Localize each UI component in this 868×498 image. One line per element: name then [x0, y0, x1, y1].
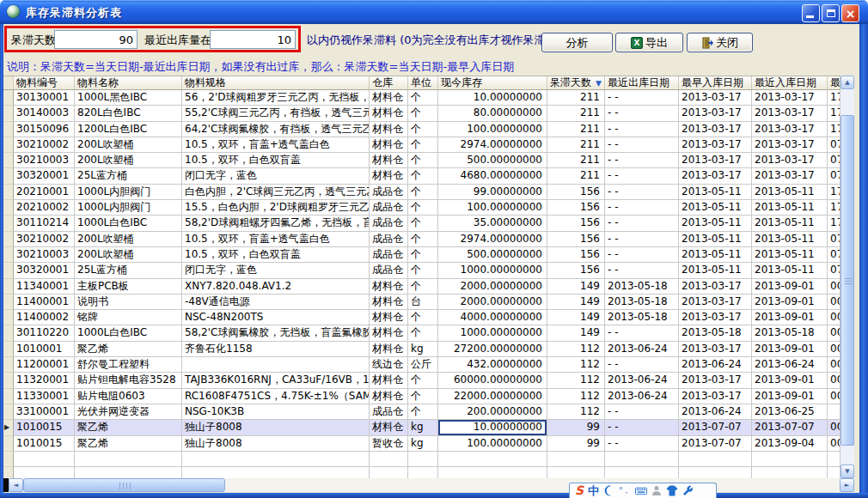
cell[interactable]: 00 — [828, 279, 840, 295]
cell[interactable]: 个 — [408, 373, 438, 388]
row-header-column[interactable] — [3, 76, 14, 89]
row-header[interactable] — [3, 137, 14, 153]
cell[interactable]: kg — [408, 436, 438, 452]
cell[interactable]: 个 — [408, 90, 438, 106]
cell[interactable]: - - — [605, 122, 679, 137]
punctuation-mode-icon[interactable]: °， — [619, 485, 631, 496]
analyze-button[interactable]: 分析 — [541, 33, 613, 52]
cell[interactable]: 500.00000000 — [438, 247, 547, 263]
cell[interactable]: 2013-03-17 — [679, 389, 752, 404]
cell[interactable]: 2974.00000000 — [438, 232, 547, 247]
cell[interactable]: - - — [605, 232, 679, 247]
table-row[interactable]: 301102201000L白色IBC58,2'C球阀氟橡胶，无挡板，盲盖氟橡胶，… — [3, 325, 840, 341]
cell[interactable]: 30140003 — [14, 106, 75, 121]
table-row[interactable]: 30210002200L吹塑桶10.5，双环，盲盖+透气盖白色材料仓个2974.… — [3, 137, 840, 153]
cell[interactable]: 2000.00000000 — [438, 279, 547, 295]
cell[interactable]: 33100001 — [14, 404, 75, 420]
cell[interactable]: 2013-03-17 — [679, 279, 752, 295]
minimize-button[interactable] — [802, 4, 820, 22]
cell[interactable]: 11330001 — [14, 389, 75, 404]
cell[interactable]: - - — [605, 263, 679, 278]
cell[interactable]: 成品仓 — [370, 404, 408, 420]
cell[interactable]: 2013-05-11 — [752, 263, 828, 278]
cell[interactable]: 11340001 — [14, 279, 75, 295]
cell[interactable]: 贴片钽电解电容3528 — [75, 373, 182, 388]
cell[interactable]: 100.00000000 — [438, 436, 547, 452]
cell[interactable]: 80.00000000 — [438, 106, 547, 121]
cell[interactable]: 光伏并网逆变器 — [75, 404, 182, 420]
cell[interactable]: 20210001 — [14, 185, 75, 200]
cell[interactable]: 25L蓝方桶 — [75, 168, 182, 184]
column-header[interactable]: 最近出库日期 — [605, 76, 679, 89]
cell[interactable]: 2013-06-25 — [752, 404, 828, 420]
cell[interactable]: 10.00000000 — [438, 90, 547, 106]
cell[interactable]: 30320001 — [14, 263, 75, 278]
cell[interactable]: - - — [605, 420, 679, 435]
close-button[interactable]: 关闭 — [687, 33, 753, 52]
cell[interactable]: 211 — [547, 137, 605, 153]
cell[interactable]: 211 — [547, 122, 605, 137]
table-row[interactable]: 11400002铭牌NSC-48N200TS材料仓个4000.000000001… — [3, 310, 840, 325]
grid-splitter-handle[interactable] — [3, 478, 9, 492]
cell[interactable]: 156 — [547, 200, 605, 216]
cell[interactable]: 2013-03-17 — [752, 153, 828, 168]
cell[interactable]: - - — [605, 404, 679, 420]
cell[interactable]: 材料仓 — [370, 310, 408, 325]
row-header[interactable] — [3, 404, 14, 420]
cell[interactable]: 个 — [408, 137, 438, 153]
cell[interactable]: 1000L白色IBC — [75, 325, 182, 341]
cell[interactable]: 30110220 — [14, 325, 75, 341]
stagnant-days-input[interactable] — [54, 30, 138, 49]
row-header[interactable] — [3, 310, 14, 325]
cell[interactable]: 个 — [408, 106, 438, 121]
cell[interactable]: 2013-03-17 — [679, 106, 752, 121]
column-header[interactable]: 现今库存 — [438, 76, 547, 89]
cell[interactable]: 闭口无字，蓝色 — [182, 263, 370, 278]
cell[interactable]: 材料仓 — [370, 325, 408, 341]
cell[interactable]: 2013-03-17 — [752, 106, 828, 121]
cell[interactable]: 材料仓 — [370, 153, 408, 168]
cell[interactable]: 07 — [828, 263, 840, 278]
cell[interactable]: TAJB336K016RNJ，CA33uF/16VB，10% — [182, 373, 370, 388]
close-window-button[interactable]: × — [841, 4, 859, 22]
table-row[interactable]: 1010015聚乙烯独山子8008暂收仓kg100.0000000099- -2… — [3, 436, 840, 452]
cell[interactable]: 1200L白色IBC — [75, 122, 182, 137]
cell[interactable]: - - — [605, 216, 679, 231]
column-header[interactable]: 单位 — [408, 76, 438, 89]
row-header[interactable] — [3, 216, 14, 231]
cell[interactable]: 贴片电阻0603 — [75, 389, 182, 404]
cell[interactable]: 材料仓 — [370, 137, 408, 153]
cell[interactable]: 材料仓 — [370, 342, 408, 357]
cell[interactable]: 10.5，双环，白色双盲盖 — [182, 247, 370, 263]
cell[interactable]: 156 — [547, 185, 605, 200]
cell[interactable]: 07 — [828, 247, 840, 263]
cell[interactable]: 1000L白色IBC — [75, 216, 182, 231]
cell[interactable]: 主板PCB板 — [75, 279, 182, 295]
cell[interactable]: 07 — [828, 153, 840, 168]
cell[interactable]: 30210002 — [14, 232, 75, 247]
cell[interactable]: 2013-05-18 — [679, 325, 752, 341]
cell[interactable]: 个 — [408, 232, 438, 247]
cell[interactable]: 个 — [408, 404, 438, 420]
table-row[interactable]: 33100001光伏并网逆变器NSG-10K3B成品仓个200.00000000… — [3, 404, 840, 420]
title-bar[interactable]: 库存呆滞料分析表 × — [0, 0, 868, 24]
cell[interactable]: 材料仓 — [370, 106, 408, 121]
cell[interactable]: 112 — [547, 389, 605, 404]
row-header[interactable] — [3, 389, 14, 404]
cell[interactable]: 2013-05-11 — [679, 232, 752, 247]
table-row[interactable]: 11400001说明书-48V通信电源材料仓台2000.000000001492… — [3, 295, 840, 310]
cell[interactable]: 2013-05-11 — [679, 263, 752, 278]
row-header[interactable] — [3, 200, 14, 216]
cell[interactable]: 00 — [828, 342, 840, 357]
cell[interactable]: 500.00000000 — [438, 153, 547, 168]
cell[interactable]: 64,2'C球阀氟橡胶，有挡板，透气三元乙丙 — [182, 122, 370, 137]
cell[interactable]: 149 — [547, 310, 605, 325]
cell[interactable]: 00 — [828, 310, 840, 325]
cell[interactable]: 30210003 — [14, 247, 75, 263]
chinese-mode-icon[interactable]: 中 — [588, 485, 599, 496]
cell[interactable]: 30320001 — [14, 168, 75, 184]
cell[interactable]: 07 — [828, 232, 840, 247]
cell[interactable]: 10.5，双环，盲盖+透气盖白色 — [182, 137, 370, 153]
cell[interactable]: 齐鲁石化1158 — [182, 342, 370, 357]
cell[interactable]: 个 — [408, 389, 438, 404]
